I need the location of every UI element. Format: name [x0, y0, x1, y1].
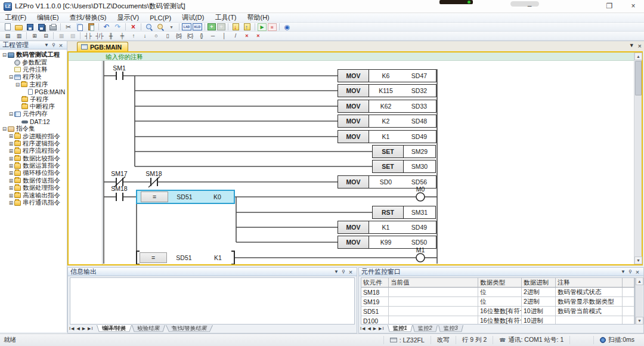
tab-nav-arrows[interactable]: Ⅰ◀ ◀ ▶ ▶Ⅰ [360, 326, 385, 331]
stop-button[interactable]: ■ [268, 23, 277, 31]
tab-list-icon[interactable]: ▼ [629, 42, 634, 50]
reset-instruction-button[interactable]: {C} [185, 32, 195, 40]
expander-icon[interactable]: ⊞ [8, 141, 14, 147]
compare-sd51-k1[interactable]: =SD51K1 [136, 251, 235, 264]
expander-icon[interactable]: ⊞ [8, 163, 14, 169]
expander-icon[interactable]: ⊞ [8, 133, 14, 139]
tree-item-logic-instructions[interactable]: ⊞程序逻辑指令 [0, 140, 67, 147]
tree-item-serial-instructions[interactable]: ⊞串行通讯指令 [0, 199, 67, 206]
rising-edge-button[interactable]: ↑ [128, 32, 138, 40]
tab-find-replace-result[interactable]: 查找/替换结果 [166, 325, 213, 332]
brace-instruction-button[interactable]: {} [196, 32, 206, 40]
tree-item-compare-instructions[interactable]: ⊞数据比较指令 [0, 155, 67, 162]
menu-debug[interactable]: 调试(D) [182, 13, 204, 22]
run-button[interactable]: ▶ [258, 23, 267, 31]
tree-item-param-config[interactable]: 参数配置 [0, 58, 67, 66]
tree-item-math-instructions[interactable]: ⊞数据运算指令 [0, 162, 67, 169]
tree-item-highspeed-instructions[interactable]: ⊞高速输出指令 [0, 191, 67, 199]
expander-icon[interactable]: ⊞ [8, 178, 14, 184]
pin-icon[interactable]: ⚲ [50, 42, 57, 48]
tree-item-device-memory[interactable]: ⊟元件内存 [0, 110, 67, 118]
close-icon[interactable]: × [57, 42, 64, 49]
expander-icon[interactable]: ⊞ [8, 185, 14, 191]
ladder-vertical-scrollbar[interactable]: ▲ ▼ [634, 52, 642, 264]
scroll-up-icon[interactable]: ▲ [636, 277, 643, 285]
tab-compile-convert[interactable]: 编译/转换 [97, 325, 132, 332]
menu-help[interactable]: 帮助(H) [247, 13, 270, 22]
tree-item-dat12[interactable]: DAT:12 [0, 118, 67, 125]
close-icon[interactable]: × [634, 268, 641, 276]
expander-icon[interactable]: ⊞ [8, 193, 14, 199]
expander-icon[interactable]: ⊟ [8, 111, 14, 117]
instruction-rst-sm31[interactable]: RSTSM31 [372, 206, 436, 219]
falling-edge-button[interactable]: ↓ [140, 32, 150, 40]
ladder-symbol-button[interactable]: ▤ [2, 32, 13, 40]
expander-icon[interactable]: ⊟ [1, 52, 8, 58]
monitor-row-sm18[interactable]: SM18位2进制数码管模式状态 [361, 288, 634, 297]
coil-button[interactable]: ○ [151, 32, 161, 40]
delete-line-button[interactable]: × [242, 32, 252, 40]
expander-icon[interactable]: ⊞ [8, 200, 14, 206]
scroll-down-icon[interactable]: ▼ [634, 257, 642, 264]
print-button[interactable] [48, 23, 58, 31]
tree-item-step-instructions[interactable]: ⊞步进顺控指令 [0, 132, 67, 140]
instruction-box-button[interactable]: ▯ [162, 32, 172, 40]
expander-icon[interactable]: ⊞ [8, 148, 14, 154]
upload-from-plc-button[interactable] [242, 23, 252, 31]
tree-item-process-instructions[interactable]: ⊞数据处理指令 [0, 184, 67, 191]
instruction-mov-k1-sd49-2[interactable]: MOVK1SD49 [338, 221, 436, 234]
il-view-button[interactable]: KLD [193, 23, 202, 30]
scroll-down-icon[interactable]: ▼ [636, 317, 643, 325]
undo-button[interactable]: ↶ [101, 23, 112, 31]
tree-item-instruction-set[interactable]: ⊟指令集 [0, 125, 67, 132]
tree-item-transfer-instructions[interactable]: ⊞数据传送指令 [0, 177, 67, 184]
horizontal-line-button[interactable]: ─ [208, 32, 218, 40]
delete-vertical-line-button[interactable]: × [253, 32, 263, 40]
tree-item-sub-program[interactable]: 子程序 [0, 95, 67, 103]
menu-project[interactable]: 工程(F) [5, 13, 26, 22]
parallel-closed-contact-button[interactable]: ╪ [117, 32, 127, 40]
monitor-row-d100[interactable]: D10016位整数[有符号]10进制 [361, 316, 634, 325]
expander-icon[interactable]: ⊟ [1, 126, 8, 132]
info-output-content[interactable] [70, 277, 355, 325]
menu-edit[interactable]: 编辑(E) [37, 13, 59, 22]
tree-item-device-comment[interactable]: 元件注释 [0, 66, 67, 73]
menu-view[interactable]: 显示(V) [117, 13, 139, 22]
instruction-set-sm29[interactable]: SETSM29 [372, 145, 436, 158]
close-icon[interactable]: × [347, 268, 354, 276]
find-button[interactable] [144, 23, 154, 31]
cut-button[interactable]: ✂ [63, 23, 73, 31]
ladder-view-button[interactable]: LAD [182, 23, 191, 30]
monitor-row-sd51[interactable]: SD5116位整数[有符号]10进制数码管当前模式 [361, 307, 634, 316]
contact-label-sm18[interactable]: SM18 [142, 170, 166, 177]
instruction-mov-k2-sd48[interactable]: MOVK2SD48 [338, 115, 436, 128]
ladder-canvas[interactable]: 输入你的注释 [69, 52, 634, 264]
panel-menu-icon[interactable]: ▼ [620, 269, 627, 274]
compare-sd51-k0-selected[interactable]: =SD51K0 [136, 190, 235, 204]
contact-label-sm18-2[interactable]: SM18 [107, 185, 131, 192]
menu-find-replace[interactable]: 查找/替换(S) [70, 13, 107, 22]
tab-monitor-2[interactable]: 监控2 [413, 325, 438, 332]
tab-nav-arrows[interactable]: Ⅰ◀ ◀ ▶ ▶Ⅰ [69, 326, 94, 331]
coil-label-m1[interactable]: M1 [411, 246, 429, 254]
menu-tools[interactable]: 工具(T) [215, 13, 236, 22]
insert-row-button[interactable]: ⊞ [29, 32, 39, 40]
save-all-button[interactable] [36, 23, 47, 31]
scroll-thumb[interactable] [635, 61, 642, 95]
monitor-button[interactable]: ◉ [282, 23, 292, 31]
toolbar-overflow-button[interactable]: ▾ [166, 23, 177, 31]
contact-label-sm1[interactable]: SM1 [107, 64, 131, 72]
menu-plc[interactable]: PLC(P) [150, 14, 171, 21]
contact-label-sm17[interactable]: SM17 [107, 170, 131, 177]
tree-item-main-program[interactable]: ⊟主程序 [0, 81, 67, 88]
tree-item-shift-instructions[interactable]: ⊞循环移位指令 [0, 169, 67, 177]
delete-row-button[interactable]: ⊟ [41, 32, 51, 40]
save-button[interactable] [25, 23, 35, 31]
coil-label-m0[interactable]: M0 [411, 186, 429, 193]
pin-icon[interactable]: ⚲ [340, 269, 347, 274]
tree-item-flow-instructions[interactable]: ⊞程序流程指令 [0, 147, 67, 155]
expander-icon[interactable]: ⊞ [8, 156, 14, 162]
instruction-mov-k115-sd32[interactable]: MOVK115SD32 [338, 84, 436, 97]
open-project-button[interactable] [14, 23, 24, 31]
instruction-mov-k6-sd47[interactable]: MOVK6SD47 [338, 69, 436, 82]
